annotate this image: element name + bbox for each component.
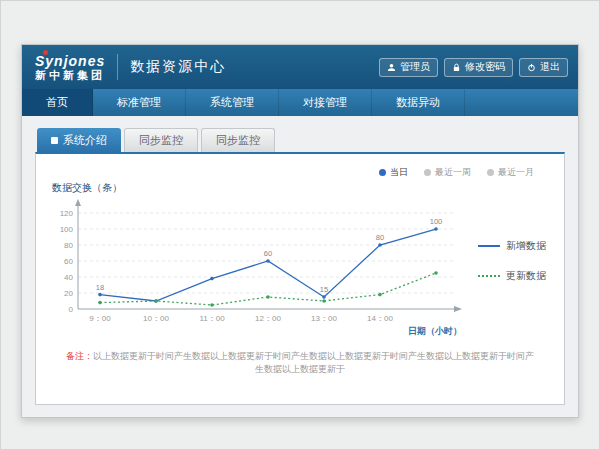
content-area: 系统介绍 同步监控 同步监控 当日 最近一周 xyxy=(22,116,578,417)
chart-area: 0204060801001209：0010：0011：0012：0013：001… xyxy=(36,197,564,337)
logo-accent-dot xyxy=(43,50,48,55)
filter-label: 最近一月 xyxy=(498,166,534,179)
gray-dot-icon xyxy=(424,169,431,176)
svg-text:18: 18 xyxy=(96,283,104,292)
y-axis-title: 数据交换（条） xyxy=(52,181,564,195)
filter-label: 最近一周 xyxy=(435,166,471,179)
app-window: Synjones 新中新集团 数据资源中心 管理员 修改密码 xyxy=(21,44,579,418)
tab-document-icon xyxy=(51,137,58,144)
tab-system-intro[interactable]: 系统介绍 xyxy=(37,128,121,152)
admin-button[interactable]: 管理员 xyxy=(379,58,438,77)
tab-bar: 系统介绍 同步监控 同步监控 xyxy=(35,128,565,152)
power-icon xyxy=(527,63,536,72)
time-filter-legend: 当日 最近一周 最近一月 xyxy=(36,154,564,179)
user-icon xyxy=(387,63,396,72)
svg-text:11：00: 11：00 xyxy=(199,314,225,323)
svg-text:0: 0 xyxy=(69,305,74,314)
line-chart: 0204060801001209：0010：0011：0012：0013：001… xyxy=(44,197,474,337)
tab-label: 同步监控 xyxy=(139,133,183,148)
svg-text:120: 120 xyxy=(60,209,74,218)
series-legend: 新增数据 更新数据 xyxy=(478,239,546,283)
logo-company: 新中新集团 xyxy=(35,69,105,82)
change-password-button[interactable]: 修改密码 xyxy=(444,58,513,77)
svg-text:60: 60 xyxy=(64,257,73,266)
nav-item-data-change[interactable]: 数据异动 xyxy=(372,89,465,116)
svg-text:80: 80 xyxy=(64,241,73,250)
app-header: Synjones 新中新集团 数据资源中心 管理员 修改密码 xyxy=(22,45,578,89)
logout-button-label: 退出 xyxy=(540,60,560,74)
main-nav: 首页 标准管理 系统管理 对接管理 数据异动 xyxy=(22,89,578,116)
nav-item-integration-mgmt[interactable]: 对接管理 xyxy=(279,89,372,116)
svg-text:40: 40 xyxy=(64,273,73,282)
svg-text:9：00: 9：00 xyxy=(89,314,111,323)
logo: Synjones 新中新集团 xyxy=(32,53,105,82)
svg-text:12：00: 12：00 xyxy=(255,314,281,323)
admin-button-label: 管理员 xyxy=(400,60,430,74)
dotted-line-icon xyxy=(478,275,500,277)
nav-item-home[interactable]: 首页 xyxy=(22,89,93,116)
svg-text:10：00: 10：00 xyxy=(143,314,169,323)
svg-text:13：00: 13：00 xyxy=(311,314,337,323)
gray-dot-icon xyxy=(487,169,494,176)
svg-text:80: 80 xyxy=(376,233,384,242)
legend-item-updated-data[interactable]: 更新数据 xyxy=(478,269,546,283)
svg-text:20: 20 xyxy=(64,289,73,298)
svg-text:14：00: 14：00 xyxy=(367,314,393,323)
chart-panel: 当日 最近一周 最近一月 数据交换（条） 0204060801001209：00… xyxy=(35,152,565,405)
page-title: 数据资源中心 xyxy=(130,58,226,76)
header-actions: 管理员 修改密码 退出 xyxy=(379,58,568,77)
series-label: 新增数据 xyxy=(506,239,546,253)
filter-last-week[interactable]: 最近一周 xyxy=(424,166,471,179)
filter-label: 当日 xyxy=(390,166,408,179)
header-divider xyxy=(117,54,118,80)
change-password-button-label: 修改密码 xyxy=(465,60,505,74)
nav-item-standard-mgmt[interactable]: 标准管理 xyxy=(93,89,186,116)
lock-icon xyxy=(452,63,461,72)
svg-text:60: 60 xyxy=(264,249,272,258)
desktop-background: { "window": { "logo": {"brand": "Synjone… xyxy=(0,0,600,450)
tab-label: 系统介绍 xyxy=(63,133,107,148)
tab-sync-monitor-2[interactable]: 同步监控 xyxy=(201,128,275,152)
footnote-text: 以上数据更新于时间产生数据以上数据更新于时间产生数据以上数据更新于时间产生数据以… xyxy=(93,351,534,374)
svg-text:100: 100 xyxy=(430,217,443,226)
filter-last-month[interactable]: 最近一月 xyxy=(487,166,534,179)
legend-item-new-data[interactable]: 新增数据 xyxy=(478,239,546,253)
svg-text:15: 15 xyxy=(320,285,328,294)
logo-brand: Synjones xyxy=(35,53,105,69)
tab-sync-monitor-1[interactable]: 同步监控 xyxy=(124,128,198,152)
filter-today[interactable]: 当日 xyxy=(379,166,408,179)
series-label: 更新数据 xyxy=(506,269,546,283)
logout-button[interactable]: 退出 xyxy=(519,58,568,77)
tab-label: 同步监控 xyxy=(216,133,260,148)
blue-dot-icon xyxy=(379,169,386,176)
footnote: 备注：以上数据更新于时间产生数据以上数据更新于时间产生数据以上数据更新于时间产生… xyxy=(36,350,564,376)
svg-text:日期（小时）: 日期（小时） xyxy=(408,326,462,336)
solid-line-icon xyxy=(478,245,500,247)
svg-text:100: 100 xyxy=(60,225,74,234)
footnote-label: 备注： xyxy=(66,351,93,361)
nav-item-system-mgmt[interactable]: 系统管理 xyxy=(186,89,279,116)
